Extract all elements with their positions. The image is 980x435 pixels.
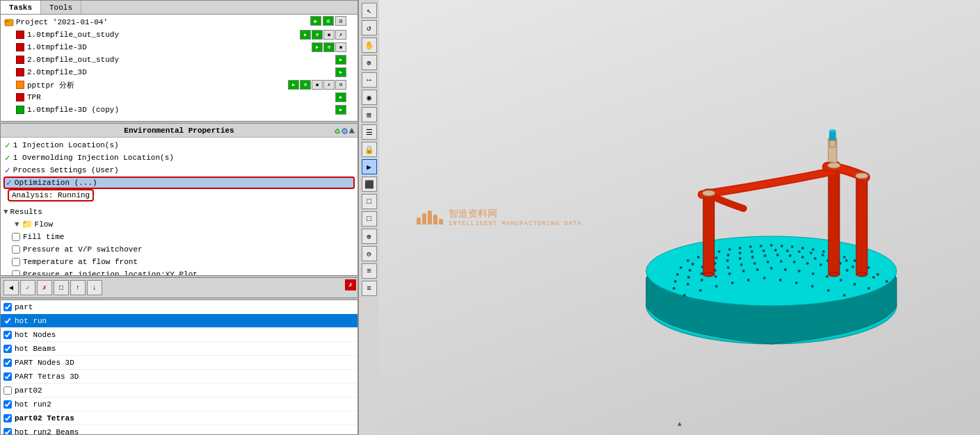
svg-rect-0 (5, 19, 13, 26)
layer-item-part[interactable]: part (1, 300, 358, 314)
layer-item-hotnodes[interactable]: hot Nodes (1, 328, 358, 342)
tree-item[interactable]: ppttpr 分析 ▶ ⊞ ◉ ✗ ⊟ (1, 79, 358, 91)
pressure-vp-checkbox[interactable] (12, 245, 20, 254)
layer-checkbox-hotrun2[interactable] (3, 400, 12, 409)
item-btn-edit2[interactable]: ⊞ (323, 42, 335, 52)
item-btn-view[interactable]: ◉ (323, 30, 335, 40)
item-btn5b[interactable]: ⊞ (300, 80, 311, 90)
layer-checkbox-partnodes[interactable] (3, 359, 12, 367)
results-header[interactable]: ▼ Results (3, 206, 355, 218)
env-item-process[interactable]: ✓ Process Settings (User) (3, 164, 355, 177)
vtool-list[interactable]: ☰ (362, 124, 377, 140)
vtool-rotate[interactable]: ↺ (362, 20, 377, 35)
tree-item[interactable]: TPR ▶ (1, 91, 358, 104)
vtool-pan[interactable]: ✋ (362, 38, 377, 53)
layer-item-hotrun2beams[interactable]: hot run2 Beams (1, 425, 358, 435)
pressure-inj-checkbox[interactable] (12, 270, 20, 276)
layer-checkbox-hotrun2beams[interactable] (3, 428, 12, 436)
results-flow[interactable]: ▼ 📁 Flow (3, 218, 355, 231)
toolbar-ok-btn[interactable]: ✓ (20, 280, 35, 295)
close-panel-btn[interactable]: ✗ (345, 279, 356, 290)
env-item-optimization[interactable]: ✓ Optimization (...) (3, 177, 355, 189)
svg-point-19 (843, 256, 846, 258)
tree-btn-1[interactable]: ▶ (310, 16, 321, 26)
layer-checkbox-hotbeams[interactable] (3, 345, 12, 353)
item-btn4[interactable]: ▶ (335, 67, 346, 77)
collapse-icon[interactable]: ▲ (349, 125, 355, 137)
results-section: ▼ Results ▼ 📁 Flow Fill time Pressure at… (3, 206, 355, 276)
fill-time-checkbox[interactable] (12, 233, 20, 241)
check-icon-2: ✓ (5, 152, 10, 163)
vtool-lines2[interactable]: ≡ (362, 281, 377, 296)
toolbar-back-btn[interactable]: ◀ (3, 280, 19, 295)
item-btn-edit[interactable]: ⊞ (312, 30, 323, 40)
vtool-black[interactable]: ⬛ (362, 177, 377, 192)
item-btn-del[interactable]: ✗ (335, 30, 346, 40)
vtool-fit[interactable]: ↔ (362, 72, 377, 88)
tree-btn-2[interactable]: ⊞ (323, 16, 334, 26)
vtool-play[interactable]: ▶ (362, 159, 377, 174)
tree-btn-3[interactable]: ⊟ (335, 16, 346, 26)
layer-checkbox-hotnodes[interactable] (3, 331, 12, 339)
vtool-box2[interactable]: □ (362, 211, 377, 227)
vtool-box1[interactable]: □ (362, 194, 377, 209)
svg-point-38 (676, 273, 679, 276)
tree-item[interactable]: 1.0tmpfile_out_study ▶ ⊞ ◉ ✗ (1, 28, 358, 41)
env-item-analysis[interactable]: Analysis: Running (3, 189, 355, 202)
item-btn-view2[interactable]: ◉ (335, 42, 346, 52)
layer-item-hotrun[interactable]: hot run (1, 314, 358, 328)
env-item-injection[interactable]: ✓ 1 Injection Location(s) (3, 139, 355, 151)
layer-item-hotbeams[interactable]: hot Beams (1, 342, 358, 356)
layer-item-part02[interactable]: part02 (1, 384, 358, 397)
layer-checkbox-parttetras[interactable] (3, 372, 12, 381)
vtool-point[interactable]: ◉ (362, 90, 377, 105)
item-btn7[interactable]: ▶ (335, 105, 346, 115)
tree-item[interactable]: 1.0tmpfile-3D (copy) ▶ (1, 104, 358, 116)
tree-item[interactable]: 2.0tmpfile_out_study ▶ (1, 54, 358, 66)
tree-project-root[interactable]: Project '2021-01-04' ▶ ⊞ ⊟ (1, 16, 358, 28)
item-btn5e[interactable]: ⊟ (335, 80, 346, 90)
layer-item-partnodes[interactable]: PART Nodes 3D (1, 356, 358, 370)
svg-point-97 (843, 294, 846, 297)
checkbox-pressure-vp[interactable]: Pressure at V/P switchover (3, 243, 355, 256)
env-item-overmolding[interactable]: ✓ 1 Overmolding Injection Location(s) (3, 151, 355, 164)
item-btn-run[interactable]: ▶ (300, 30, 311, 40)
layer-checkbox-part[interactable] (3, 303, 12, 311)
arrow-icon: ▼ (3, 208, 8, 216)
vtool-zoom[interactable]: ⊕ (362, 55, 377, 70)
item-btn5a[interactable]: ▶ (288, 80, 299, 90)
item-btn5d[interactable]: ✗ (323, 80, 335, 90)
checkbox-fill-time[interactable]: Fill time (3, 231, 355, 243)
tree-item[interactable]: 1.0tmpfile-3D ▶ ⊞ ◉ (1, 41, 358, 54)
layer-checkbox-part02[interactable] (3, 386, 12, 395)
vtool-minus[interactable]: ⊖ (362, 246, 377, 261)
settings-icon[interactable]: ⚙ (342, 125, 347, 137)
layer-checkbox-hotrun[interactable] (3, 317, 12, 325)
layer-item-part02tetras[interactable]: part02 Tetras (1, 411, 358, 425)
item-btn6[interactable]: ▶ (335, 92, 346, 102)
item-btn-run2[interactable]: ▶ (312, 42, 323, 52)
checkbox-temp-flow[interactable]: Temperature at flow front (3, 256, 355, 268)
svg-point-4 (686, 259, 689, 262)
item-actions7: ▶ (335, 105, 346, 115)
temp-flow-checkbox[interactable] (12, 258, 20, 266)
tree-item[interactable]: 2.0tmpfile_3D ▶ (1, 66, 358, 79)
layer-checkbox-part02tetras[interactable] (3, 414, 12, 422)
layer-item-hotrun2[interactable]: hot run2 (1, 397, 358, 411)
vtool-lines1[interactable]: ≡ (362, 263, 377, 279)
vtool-plus[interactable]: ⊕ (362, 229, 377, 244)
vtool-grid[interactable]: ⊞ (362, 107, 377, 122)
checkbox-pressure-inj[interactable]: Pressure at injection location:XY Plot (3, 268, 355, 276)
vtool-lock[interactable]: 🔒 (362, 142, 377, 157)
recycle-icon[interactable]: ♻ (335, 125, 340, 137)
toolbar-down-btn[interactable]: ↓ (87, 280, 102, 295)
layer-item-parttetras[interactable]: PART Tetras 3D (1, 370, 358, 384)
toolbar-cancel-btn[interactable]: ✗ (37, 280, 52, 295)
item-btn3[interactable]: ▶ (335, 55, 346, 65)
vtool-select[interactable]: ↖ (362, 3, 377, 18)
item-btn5c[interactable]: ◉ (312, 80, 323, 90)
toolbar-view-btn[interactable]: □ (54, 280, 69, 295)
tab-tools[interactable]: Tools (41, 1, 81, 14)
tab-tasks[interactable]: Tasks (1, 1, 41, 14)
toolbar-up-btn[interactable]: ↑ (70, 280, 86, 295)
